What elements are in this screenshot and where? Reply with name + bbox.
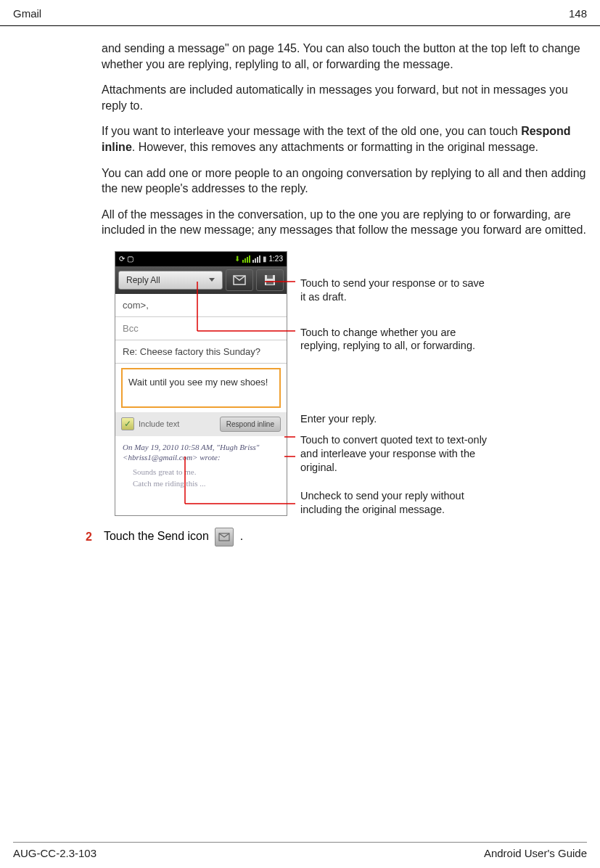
footer-left: AUG-CC-2.3-103 <box>13 847 96 859</box>
footer-right: Android User's Guide <box>484 847 587 859</box>
paragraph-3: If you want to interleave your message w… <box>102 123 587 155</box>
paragraph-5: All of the messages in the conversation,… <box>102 207 587 238</box>
paragraph-1: and sending a message" on page 145. You … <box>102 41 587 72</box>
paragraph-2: Attachments are included automatically i… <box>102 82 587 113</box>
phone-screenshot: ⟳ ▢ ⬇ <box>115 251 287 516</box>
compose-box[interactable]: Wait until you see my new shoes! <box>121 368 281 408</box>
sync-icon: ⟳ <box>119 255 125 263</box>
bcc-field[interactable]: Bcc <box>115 317 287 340</box>
respond-inline-button[interactable]: Respond inline <box>220 417 281 432</box>
callout-enter-reply: Enter your reply. <box>300 412 489 426</box>
header-page-number: 148 <box>569 7 587 20</box>
step-text: Touch the Send icon . <box>104 528 243 546</box>
figure-wrapper: ⟳ ▢ ⬇ <box>102 251 587 516</box>
callouts-column: Touch to send your response or to save i… <box>287 251 489 516</box>
signal-icon <box>242 255 250 263</box>
card-icon: ▢ <box>127 255 133 263</box>
battery-icon: ▮ <box>263 255 267 263</box>
figure-area: ⟳ ▢ ⬇ <box>115 251 587 516</box>
include-text-label: Include text <box>139 419 215 428</box>
callout-change-mode: Touch to change whether you are replying… <box>300 326 489 353</box>
main-content: and sending a message" on page 145. You … <box>0 26 600 546</box>
callout-respond-inline: Touch to convert quoted text to text-onl… <box>300 433 489 475</box>
status-bar: ⟳ ▢ ⬇ <box>115 252 287 266</box>
header-section: Gmail <box>13 7 41 20</box>
status-left: ⟳ ▢ <box>119 255 133 263</box>
p3-post: . However, this removes any attachments … <box>132 141 538 153</box>
compose-toolbar: Reply All <box>115 266 287 294</box>
cell-signal-icon <box>252 255 260 263</box>
status-right: ⬇ ▮ <box>234 255 283 263</box>
options-row: ✓ Include text Respond inline <box>115 412 287 436</box>
callout-send-save: Touch to send your response or to save i… <box>300 277 489 304</box>
quote-area: On May 19, 2010 10:58 AM, "Hugh Briss" <… <box>115 436 287 496</box>
page-header: Gmail 148 <box>0 0 600 26</box>
step-number: 2 <box>86 531 92 544</box>
download-icon: ⬇ <box>234 255 240 263</box>
quote-line-2: Catch me riding this ... <box>123 478 279 490</box>
step-text-post: . <box>240 531 243 543</box>
paragraph-4: You can add one or more people to an ong… <box>102 165 587 197</box>
reply-all-label: Reply All <box>126 275 160 285</box>
subject-field[interactable]: Re: Cheese factory this Sunday? <box>115 340 287 364</box>
save-draft-button[interactable] <box>256 269 284 291</box>
reply-mode-button[interactable]: Reply All <box>118 271 223 290</box>
send-icon <box>215 528 234 546</box>
floppy-icon <box>264 274 276 286</box>
envelope-icon <box>233 275 246 285</box>
page-footer: AUG-CC-2.3-103 Android User's Guide <box>13 842 587 859</box>
email-fields: com>, Bcc Re: Cheese factory this Sunday… <box>115 294 287 364</box>
step-2: 2 Touch the Send icon . <box>86 528 587 546</box>
to-field[interactable]: com>, <box>115 294 287 317</box>
callout-uncheck: Uncheck to send your reply without inclu… <box>300 489 489 517</box>
svg-rect-9 <box>267 275 273 279</box>
step-text-pre: Touch the Send icon <box>104 531 212 543</box>
quote-line-1: Sounds great to me. <box>123 466 279 478</box>
quote-header: On May 19, 2010 10:58 AM, "Hugh Briss" <… <box>123 442 279 463</box>
svg-rect-10 <box>266 281 274 284</box>
status-time: 1:23 <box>269 255 283 263</box>
send-button[interactable] <box>226 269 253 291</box>
dropdown-arrow-icon <box>209 278 215 282</box>
p3-pre: If you want to interleave your message w… <box>102 125 521 137</box>
include-text-checkbox[interactable]: ✓ <box>121 417 134 430</box>
